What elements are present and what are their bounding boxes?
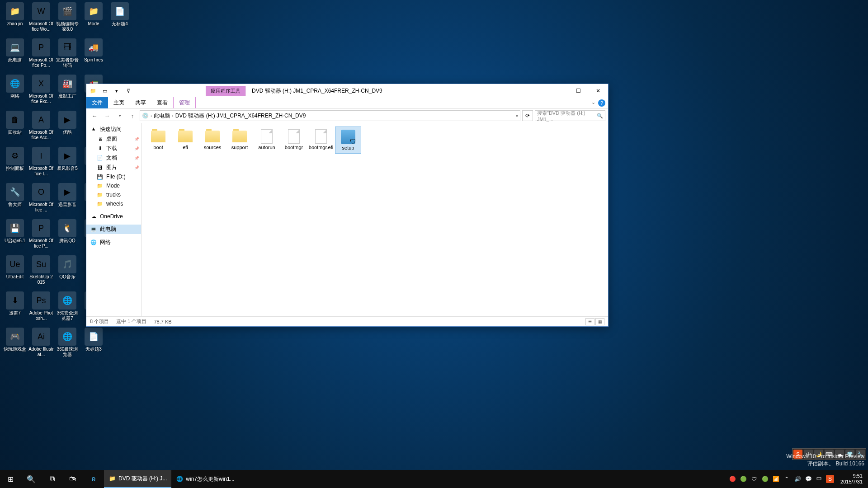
desktop-icon[interactable]: AMicrosoft Office Acc... [28,111,54,146]
desktop-icon[interactable]: 🎵QQ音乐 [55,255,80,291]
folder-item[interactable]: efi [172,127,198,154]
tray-icon[interactable]: 🛡 [750,475,758,483]
folder-item[interactable]: boot [145,127,171,154]
desktop-icon[interactable]: 🎞完美者影音转码 [55,38,80,74]
nav-quick-item[interactable]: 🖥桌面 [86,134,141,144]
desktop-icon[interactable]: 🏭魔影工厂 [55,75,80,110]
context-tab-application-tools[interactable]: 应用程序工具 [206,86,245,96]
desktop-icon[interactable]: 🐧腾讯QQ [55,219,80,254]
desktop-icon[interactable]: XMicrosoft Office Exc... [28,75,54,110]
nav-quick-item[interactable]: ⬇下载 [86,144,141,153]
nav-quick-item[interactable]: 📁wheels [86,199,141,208]
maximize-button[interactable]: ☐ [568,84,588,97]
desktop-icon[interactable]: 🗑回收站 [2,111,28,146]
nav-onedrive[interactable]: ☁ OneDrive [86,212,141,221]
nav-network[interactable]: 🌐 网络 [86,238,141,247]
nav-quick-access[interactable]: ★ 快速访问 [86,125,141,134]
tray-icon[interactable]: 🟢 [739,475,747,483]
tab-file[interactable]: 文件 [86,97,108,108]
desktop-icon[interactable]: ▶暴风影音5 [55,147,80,182]
ribbon-expand-icon[interactable]: ⌄ [591,99,595,107]
desktop-icon[interactable]: 🔧鲁大师 [2,183,28,218]
desktop-icon[interactable]: PMicrosoft Office Po... [28,38,54,74]
desktop-icon[interactable]: PMicrosoft Office P... [28,219,54,254]
titlebar[interactable]: 📁 ▭ ▾ ⊽ 应用程序工具 DVD 驱动器 (H:) JM1_CPRA_X64… [86,84,608,98]
edge-button[interactable]: e [83,470,104,488]
desktop-icon[interactable]: 🌐360安全浏览器7 [55,291,80,327]
breadcrumb-dvd[interactable]: DVD 驱动器 (H:) JM1_CPRA_X64FRER_ZH-CN_DV9 [175,112,306,120]
properties-icon[interactable]: ▭ [100,86,110,96]
start-button[interactable]: ⊞ [0,470,21,488]
store-button[interactable]: 🛍 [62,470,83,488]
desktop-icon[interactable]: ▶迅雷影音 [55,183,80,218]
taskbar-task[interactable]: 📁DVD 驱动器 (H:) J... [104,470,171,488]
tab-view[interactable]: 查看 [151,97,173,108]
volume-icon[interactable]: 🔊 [793,475,802,483]
desktop-icon[interactable]: IMicrosoft Office I... [28,147,54,182]
tray-icon[interactable]: 🔴 [728,475,736,483]
desktop-icon[interactable]: OMicrosoft Office ... [28,183,54,218]
file-item[interactable]: bootmgr [281,127,307,154]
desktop-icon[interactable]: 🌐360极速浏览器 [55,328,80,363]
desktop-icon[interactable]: PsAdobe Photosh... [28,291,54,327]
forward-button[interactable]: → [102,110,113,121]
file-item[interactable]: autorun [254,127,280,154]
back-button[interactable]: ← [89,110,100,121]
search-input[interactable]: 搜索"DVD 驱动器 (H:) JM1_... 🔍 [535,110,605,121]
desktop-icon[interactable]: 🎮快玩游戏盒 [2,328,28,363]
desktop-icon[interactable]: AiAdobe Illustrat... [28,328,54,363]
file-list[interactable]: bootefisourcessupportautorunbootmgrbootm… [142,123,608,316]
desktop-icon[interactable]: 💻此电脑 [2,38,28,74]
breadcrumb-this-pc[interactable]: 此电脑 [154,112,170,120]
taskbar-task[interactable]: 🌐win7怎么更新win1... [171,470,239,488]
help-icon[interactable]: ? [598,99,605,107]
desktop-icon[interactable]: SuSketchUp 2015 [28,255,54,291]
file-item[interactable]: setup [335,127,361,154]
task-view-button[interactable]: ⧉ [42,470,62,488]
desktop-icon[interactable]: ⚙控制面板 [2,147,28,182]
action-center-icon[interactable]: 💬 [804,475,812,483]
desktop-icon[interactable]: 📄无标题3 [81,328,106,363]
folder-item[interactable]: sources [199,127,226,154]
tray-icon[interactable]: 🟢 [761,475,769,483]
desktop-icon[interactable]: 🎬视频编辑专家8.0 [55,2,80,38]
tray-overflow-icon[interactable]: ⌃ [783,475,791,483]
file-item[interactable]: bootmgr.efi [308,127,334,154]
desktop-icon[interactable]: ⬇迅雷7 [2,291,28,327]
desktop-icon[interactable]: WMicrosoft Office Wo... [28,2,54,38]
close-button[interactable]: ✕ [588,84,608,97]
tab-home[interactable]: 主页 [108,97,130,108]
desktop-icon[interactable]: 📁Mode [81,2,106,38]
tab-share[interactable]: 共享 [130,97,151,108]
nav-this-pc[interactable]: 💻 此电脑 [86,225,141,234]
nav-quick-item[interactable]: 📁trucks [86,190,141,199]
nav-quick-item[interactable]: 🖼图片 [86,163,141,172]
desktop-icon[interactable]: 📁zhao jin [2,2,28,38]
tab-manage[interactable]: 管理 [173,97,196,109]
sogou-icon[interactable]: S [826,475,834,483]
desktop-icon[interactable]: 📄无标题4 [107,2,132,38]
desktop-icon[interactable]: 🚚SpinTires [81,38,106,74]
desktop-icon[interactable]: UeUltraEdit [2,255,28,291]
desktop-icon[interactable]: 🌐网络 [2,75,28,110]
nav-quick-item[interactable]: 💾File (D:) [86,172,141,181]
nav-quick-item[interactable]: 📁Mode [86,181,141,190]
details-view-button[interactable]: ☰ [585,318,594,325]
clock[interactable]: 9:51 2015/7/31 [837,473,866,485]
desktop-icon[interactable]: 💾U启动v6.1 [2,219,28,254]
minimize-button[interactable]: — [548,84,568,97]
app-icon: 🐧 [58,219,76,237]
address-bar[interactable]: 💿 › 此电脑 › DVD 驱动器 (H:) JM1_CPRA_X64FRER_… [140,110,520,121]
search-button[interactable]: 🔍 [21,470,42,488]
icons-view-button[interactable]: ▦ [595,318,604,325]
recent-dropdown-icon[interactable]: ▾ [114,110,125,121]
refresh-button[interactable]: ⟳ [522,110,533,121]
ime-icon[interactable]: 中 [815,475,823,483]
folder-item[interactable]: support [226,127,253,154]
up-button[interactable]: ↑ [127,110,138,121]
nav-quick-item[interactable]: 📄文档 [86,153,141,163]
tray-icon[interactable]: 📶 [772,475,780,483]
app-icon: 🌐 [6,75,24,93]
desktop-icon[interactable]: ▶优酷 [55,111,80,146]
qat-dropdown-icon[interactable]: ▾ [112,86,122,96]
